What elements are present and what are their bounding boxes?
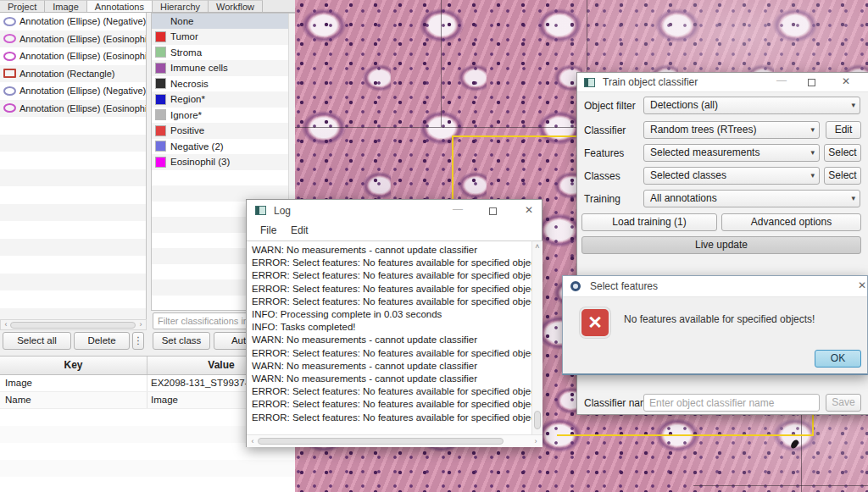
close-icon[interactable]: ✕ bbox=[520, 204, 538, 216]
annotation-list[interactable]: Annotation (Ellipse) (Negative) Annotati… bbox=[0, 13, 147, 319]
log-titlebar[interactable]: Log — ✕ bbox=[247, 200, 542, 222]
training-dropdown[interactable]: All annotations▾ bbox=[643, 190, 860, 207]
class-name-label: Positive bbox=[170, 125, 204, 135]
class-name-label: Necrosis bbox=[170, 79, 209, 89]
dialog-titlebar[interactable]: Train object classifier — ✕ bbox=[577, 73, 868, 92]
advanced-options-button[interactable]: Advanced options bbox=[721, 213, 861, 231]
class-name-label: Ignore* bbox=[170, 110, 202, 120]
select-features-button[interactable]: Select bbox=[824, 144, 861, 162]
scroll-up-icon[interactable]: ˄ bbox=[533, 242, 542, 252]
annotation-shape-icon bbox=[3, 34, 16, 43]
more-options-button[interactable]: ⋮ bbox=[132, 332, 144, 350]
chevron-down-icon: ▾ bbox=[810, 122, 815, 138]
scrollbar-thumb[interactable] bbox=[258, 438, 504, 445]
features-dropdown[interactable]: Selected measurements▾ bbox=[643, 144, 820, 162]
annotation-shape-icon bbox=[3, 103, 16, 113]
tab-hierarchy[interactable]: Hierarchy bbox=[153, 0, 209, 12]
annotation-shape-icon bbox=[3, 86, 16, 96]
class-color-swatch bbox=[156, 32, 165, 41]
class-color-swatch bbox=[156, 110, 165, 119]
class-list-item[interactable]: Eosinophil (3) bbox=[152, 154, 294, 170]
edit-classifier-button[interactable]: Edit bbox=[826, 121, 861, 139]
annotation-list-item[interactable]: Annotation (Ellipse) (Negative) bbox=[0, 82, 146, 100]
log-line: ERROR: Select features: No features avai… bbox=[252, 412, 531, 424]
close-icon[interactable]: ✕ bbox=[853, 279, 868, 291]
log-line: WARN: No measurements - cannot update cl… bbox=[252, 244, 531, 257]
class-list-item[interactable]: Tumor bbox=[152, 29, 294, 45]
class-list-item[interactable]: Region* bbox=[152, 91, 294, 108]
log-line: ERROR: Select features: No features avai… bbox=[252, 385, 531, 398]
scroll-left-icon[interactable]: ‹ bbox=[248, 437, 257, 446]
annotation-label: Annotation (Ellipse) (Negative) bbox=[19, 16, 146, 26]
qupath-logo-icon bbox=[570, 281, 581, 291]
scroll-left-icon[interactable]: ‹ bbox=[2, 320, 10, 329]
select-all-button[interactable]: Select all bbox=[3, 332, 71, 350]
class-list-item[interactable]: Ignore* bbox=[152, 108, 294, 124]
error-message: No features available for specified obje… bbox=[624, 313, 815, 325]
window-app-icon bbox=[584, 78, 595, 87]
class-list-item[interactable]: Necrosis bbox=[152, 76, 294, 92]
log-line: ERROR: Select features: No features avai… bbox=[252, 398, 531, 411]
class-name-label: Immune cells bbox=[170, 63, 228, 73]
class-list-item[interactable]: Immune cells bbox=[152, 60, 294, 76]
menu-file[interactable]: File bbox=[260, 224, 276, 236]
annotation-shape-icon bbox=[3, 52, 16, 61]
classifier-label: Classifier bbox=[584, 124, 626, 136]
annotation-list-item[interactable]: Annotation (Ellipse) (Eosinophil) bbox=[0, 100, 146, 118]
class-list-item[interactable]: Negative (2) bbox=[152, 139, 294, 155]
maximize-icon[interactable] bbox=[808, 79, 815, 86]
tab-image[interactable]: Image bbox=[45, 0, 87, 12]
pane-tab-bar: Project Image Annotations Hierarchy Work… bbox=[0, 0, 295, 13]
tile-gridline bbox=[441, 0, 442, 127]
classes-dropdown[interactable]: Selected classes▾ bbox=[643, 167, 820, 185]
dialog-titlebar[interactable]: Select features ✕ bbox=[563, 276, 867, 297]
delete-button[interactable]: Delete bbox=[74, 332, 130, 350]
annotation-list-item[interactable]: Annotation (Ellipse) (Eosinophil) bbox=[0, 47, 146, 65]
annotation-list-item[interactable]: Annotation (Ellipse) (Eosinophil) bbox=[0, 30, 146, 48]
scroll-right-icon[interactable]: › bbox=[136, 320, 145, 329]
training-label: Training bbox=[584, 193, 620, 205]
minimize-icon[interactable]: — bbox=[448, 203, 467, 215]
column-header-key[interactable]: Key bbox=[0, 357, 147, 374]
save-button[interactable]: Save bbox=[826, 394, 861, 412]
menu-edit[interactable]: Edit bbox=[291, 224, 309, 236]
log-text-area[interactable]: WARN: No measurements - cannot update cl… bbox=[247, 240, 531, 434]
object-filter-dropdown[interactable]: Detections (all)▾ bbox=[643, 97, 860, 114]
close-icon[interactable]: ✕ bbox=[837, 75, 855, 87]
annotation-list-hscrollbar[interactable]: ‹ › bbox=[0, 319, 147, 330]
chevron-down-icon: ▾ bbox=[851, 191, 855, 207]
scrollbar-thumb[interactable] bbox=[10, 322, 136, 329]
chevron-down-icon: ▾ bbox=[810, 145, 815, 161]
classifier-dropdown[interactable]: Random trees (RTrees)▾ bbox=[643, 121, 820, 139]
class-list-item[interactable]: Positive bbox=[152, 123, 294, 139]
set-class-button[interactable]: Set class bbox=[153, 332, 210, 350]
tab-workflow[interactable]: Workflow bbox=[209, 0, 263, 12]
tab-project[interactable]: Project bbox=[0, 0, 45, 12]
class-name-label: Eosinophil (3) bbox=[170, 157, 230, 167]
log-line: WARN: No measurements - cannot update cl… bbox=[252, 334, 531, 346]
scrollbar-thumb[interactable] bbox=[534, 411, 541, 429]
load-training-button[interactable]: Load training (1) bbox=[581, 213, 717, 231]
log-line: ERROR: Select features: No features avai… bbox=[252, 283, 531, 296]
class-color-swatch bbox=[156, 158, 165, 167]
maximize-icon[interactable] bbox=[489, 207, 497, 215]
error-icon: ✕ bbox=[580, 307, 610, 338]
minimize-icon[interactable]: — bbox=[772, 75, 791, 86]
property-key: Name bbox=[0, 392, 147, 408]
classifier-name-input[interactable] bbox=[643, 394, 820, 412]
log-hscrollbar[interactable]: ‹ › bbox=[247, 434, 542, 447]
annotation-list-item[interactable]: Annotation (Ellipse) (Negative) bbox=[0, 13, 146, 30]
class-item-none[interactable]: None bbox=[152, 14, 294, 29]
classes-label: Classes bbox=[584, 170, 620, 182]
class-color-swatch bbox=[156, 47, 165, 57]
select-classes-button[interactable]: Select bbox=[824, 167, 861, 185]
log-vscrollbar[interactable]: ˄ ˅ bbox=[531, 240, 542, 434]
scroll-right-icon[interactable]: › bbox=[531, 437, 540, 446]
ok-button[interactable]: OK bbox=[815, 350, 861, 368]
annotation-list-item[interactable]: Annotation (Rectangle) bbox=[0, 65, 146, 83]
live-update-button[interactable]: Live update bbox=[581, 236, 861, 254]
class-name-label: Region* bbox=[170, 94, 205, 104]
class-list-item[interactable]: Stroma bbox=[152, 45, 294, 61]
object-filter-label: Object filter bbox=[584, 100, 636, 112]
tab-annotations[interactable]: Annotations bbox=[87, 0, 153, 12]
